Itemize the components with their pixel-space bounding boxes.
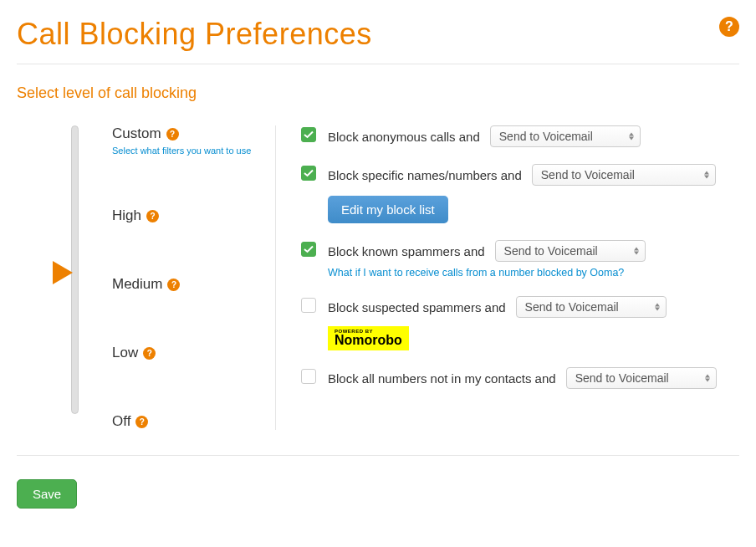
select-value: Send to Voicemail [541,168,635,181]
level-custom-desc-link[interactable]: Select what filters you want to use [112,146,275,156]
select-arrows-icon [634,248,639,255]
select-arrows-icon [705,375,710,382]
option-label: Block suspected spammers and [328,300,506,314]
page-title: Call Blocking Preferences [17,17,372,52]
level-slider-track-container [50,125,84,430]
option-label: Block all numbers not in my contacts and [328,371,556,386]
help-icon[interactable]: ? [719,17,739,37]
select-known-action[interactable]: Send to Voicemail [495,240,646,262]
option-contacts-only: Block all numbers not in my contacts and… [301,367,739,389]
select-suspected-action[interactable]: Send to Voicemail [516,296,667,318]
ooma-blocked-link[interactable]: What if I want to receive calls from a n… [328,267,624,279]
level-off[interactable]: Off ? [112,413,275,430]
divider [17,64,739,64]
select-anonymous-action[interactable]: Send to Voicemail [490,125,641,147]
checkbox-known-spammers[interactable] [301,242,316,257]
help-icon[interactable]: ? [135,416,148,428]
save-button[interactable]: Save [17,479,77,509]
checkbox-contacts-only[interactable] [301,369,316,384]
levels-list: Custom ? Select what filters you want to… [84,125,276,430]
help-icon[interactable]: ? [167,279,180,291]
level-label: Off [112,413,130,430]
level-label: Low [112,345,138,361]
select-value: Send to Voicemail [525,300,619,314]
select-contacts-action[interactable]: Send to Voicemail [566,367,717,389]
option-label: Block specific names/numbers and [328,168,522,182]
level-high[interactable]: High ? [112,207,275,224]
edit-block-list-button[interactable]: Edit my block list [328,196,448,223]
option-label: Block anonymous calls and [328,130,480,144]
slider-indicator-arrow-icon[interactable] [53,261,73,284]
option-known-spammers: Block known spammers and Send to Voicema… [301,240,739,279]
checkbox-suspected-spammers[interactable] [301,298,316,313]
nomorobo-brand: Nomorobo [335,334,402,347]
level-label: High [112,207,141,224]
level-medium[interactable]: Medium ? [112,276,275,293]
level-label: Custom [112,125,161,142]
level-custom[interactable]: Custom ? Select what filters you want to… [112,125,275,156]
level-label: Medium [112,276,162,293]
select-arrows-icon [655,304,660,311]
help-icon[interactable]: ? [146,210,159,222]
select-arrows-icon [629,133,634,141]
section-subtitle: Select level of call blocking [17,84,739,102]
option-anonymous: Block anonymous calls and Send to Voicem… [301,125,739,147]
option-specific: Block specific names/numbers and Send to… [301,164,739,223]
help-icon[interactable]: ? [143,347,156,360]
options-list: Block anonymous calls and Send to Voicem… [276,125,739,430]
select-value: Send to Voicemail [575,371,669,385]
option-label: Block known spammers and [328,244,485,258]
level-low[interactable]: Low ? [112,345,275,361]
help-icon[interactable]: ? [166,128,179,141]
select-arrows-icon [704,171,709,179]
nomorobo-badge: POWERED BY Nomorobo [328,326,409,350]
checkbox-anonymous[interactable] [301,127,316,142]
option-suspected-spammers: Block suspected spammers and Send to Voi… [301,296,739,350]
select-value: Send to Voicemail [504,244,598,258]
select-value: Send to Voicemail [499,130,593,143]
checkbox-specific[interactable] [301,166,316,181]
select-specific-action[interactable]: Send to Voicemail [532,164,716,186]
